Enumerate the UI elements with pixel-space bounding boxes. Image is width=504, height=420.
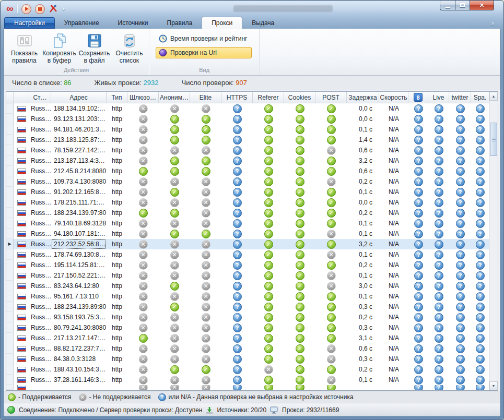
minimize-button[interactable] [440, 1, 455, 10]
table-row[interactable]: Russ…94.180.107.181:…http✕✓✓?✓✓✕0,1 cN/A… [6, 229, 489, 239]
check-supported-icon: ✓ [296, 365, 304, 374]
table-row[interactable]: Russ…212.45.8.214:8080http✓✓✓?✓✓✓0,6 cN/… [6, 166, 489, 176]
column-header-spam[interactable]: Spa. [471, 92, 489, 103]
check-unknown-icon: ? [476, 355, 485, 364]
column-header-gateway[interactable]: Шлюзо… [127, 92, 159, 103]
check-cell: ? [449, 155, 471, 166]
tab-management[interactable]: Управление [55, 17, 109, 29]
check-cell: ? [408, 249, 428, 260]
collapse-ribbon-chevron-icon[interactable]: ∧ [491, 20, 495, 26]
russia-flag-icon [17, 252, 26, 258]
column-header-anonymity[interactable]: Аноним… [159, 92, 190, 103]
table-row[interactable]: Russ…188.234.139.89:80http✕✓✕?✓✓✓0,3 cN/… [6, 302, 489, 312]
table-row[interactable]: Russ…80.79.241.30:8080http✕✕✕?✓✓✓0,3 cN/… [6, 322, 489, 333]
table-row[interactable]: Russ…178.74.69.130:8…http✕✕✕?✓✓✕0,1 cN/A… [6, 249, 489, 260]
column-header-flag[interactable] [14, 92, 29, 103]
check-cell: ✕ [159, 333, 190, 343]
column-header-referer[interactable]: Referer [253, 92, 284, 103]
show-rules-button[interactable]: Показатьправила [7, 30, 42, 66]
table-row[interactable]: Russ…188.234.139.97:80http✓✓✕?✓✓✓0,2 cN/… [6, 208, 489, 218]
row-indicator-cell [6, 322, 14, 333]
column-header-live[interactable]: Live [428, 92, 449, 103]
table-row[interactable]: ▶Russ…212.232.52.56:8…http✕✕✕?✓✓✓3,2 cN/… [6, 239, 489, 249]
check-unknown-icon: ? [233, 146, 242, 155]
column-header-address[interactable]: Адрес [51, 92, 107, 103]
check-cell: ✕ [190, 103, 221, 114]
check-unknown-icon: ? [476, 209, 485, 218]
table-row[interactable]: Russ…213.183.125.87:…http✕✓✓?✓✓✓1,4 cN/A… [6, 135, 489, 145]
table-row[interactable]: ✕✕✕?✓✓✓???? [6, 385, 489, 390]
column-header-delay[interactable]: Задержка [347, 92, 379, 103]
url-checks-button[interactable]: Проверки на Url [156, 47, 252, 58]
column-header-row-indicator[interactable] [6, 92, 14, 103]
check-time-rating-button[interactable]: Время проверки и рейтинг [156, 33, 252, 44]
scroll-thumb[interactable] [490, 123, 497, 156]
check-supported-icon: ✓ [296, 188, 304, 197]
table-row[interactable]: Russ…93.158.193.75:3…http✕✕✕?✓✓✓0,2 cN/A… [6, 312, 489, 322]
table-row[interactable]: Russ…91.202.12.165:8…http✕✓✕?✓✓✓0,1 cN/A… [6, 187, 489, 197]
check-supported-icon: ✓ [296, 334, 304, 343]
table-row[interactable]: Russ…83.243.64.12:80http✕✓✕?✓✓✕3,0 cN/A?… [6, 281, 489, 291]
column-header-twitter[interactable]: twitter [449, 92, 471, 103]
clear-list-button[interactable]: Очиститьсписок [112, 30, 147, 66]
column-header-speed[interactable]: Скорость [379, 92, 408, 103]
table-row[interactable]: Russ…95.161.7.13:110http✕✕✕?✓✓✓0,1 cN/A?… [6, 291, 489, 302]
scroll-up-button[interactable]: ▲ [489, 92, 498, 101]
address-cell: 93.123.131.203:… [51, 114, 107, 124]
tab-output[interactable]: Выдача [242, 17, 284, 29]
table-row[interactable]: Russ…195.114.125.81:…http✕✕✕?✓✓✓0,2 cN/A… [6, 260, 489, 270]
check-supported-icon: ✓ [170, 365, 179, 374]
check-cell: ✓ [315, 260, 347, 270]
tab-sources[interactable]: Источники [109, 17, 158, 29]
scroll-track[interactable] [489, 101, 498, 381]
check-unknown-icon: ? [233, 157, 242, 165]
table-row[interactable]: Russ…188.43.10.154:3…http✕✓✓?✕✓✓0,2 cN/A… [6, 364, 489, 375]
table-row[interactable]: Russ…93.123.131.203:…http✕✓✓?✓✓✓0,0 cN/A… [6, 114, 489, 124]
table-row[interactable]: Russ…37.28.161.146:3…http✕✕✕?✓✓✕0,1 cN/A… [6, 375, 489, 385]
table-row[interactable]: Russ…188.134.19.102:…http✕✕✕?✓✓✓0,0 cN/A… [6, 103, 489, 114]
check-cell: ✕ [159, 145, 190, 155]
check-supported-icon: ✓ [139, 167, 148, 176]
column-header-post[interactable]: POST [315, 92, 347, 103]
table-row[interactable]: Russ…178.215.111.71:…http✕✕✕?✓✓✓0,0 cN/A… [6, 197, 489, 208]
stop-check-button[interactable] [35, 4, 45, 14]
tab-rules[interactable]: Правила [158, 17, 202, 29]
table-row[interactable]: Russ…109.73.4.130:8080http✕✕✕?✓✓✕0,2 cN/… [6, 176, 489, 187]
column-header-country[interactable]: Ст… [29, 92, 51, 103]
column-header-google[interactable]: 8 [408, 92, 428, 103]
table-row[interactable]: Russ…217.13.217.147:…http✓✕✕?✓✓✓3,1 cN/A… [6, 333, 489, 343]
vertical-scrollbar[interactable]: ▲ ▼ [489, 92, 498, 390]
scroll-down-button[interactable]: ▼ [489, 381, 498, 390]
check-unknown-icon: ? [456, 198, 465, 207]
table-row[interactable]: Russ…79.140.18.69:3128http✕✕✕?✓✓✓0,1 cN/… [6, 218, 489, 229]
copy-to-buffer-button[interactable]: Копироватьв буфер [42, 30, 77, 66]
check-unknown-icon: ? [476, 177, 485, 186]
check-unknown-icon: ? [233, 344, 242, 353]
table-row[interactable]: Russ…78.159.227.142:…http✕✕✕?✓✓✕0,6 cN/A… [6, 145, 489, 155]
table-row[interactable]: Russ…88.82.172.237:7…http✕✕✕?✓✓✕0,6 cN/A… [6, 343, 489, 354]
column-header-https[interactable]: HTTPS [221, 92, 253, 103]
close-button[interactable]: ✕ [470, 1, 494, 10]
table-row[interactable]: Russ…84.38.0.3:3128http✕✕✕?✓✓✕0,3 cN/A??… [6, 354, 489, 364]
check-unknown-icon: ? [435, 125, 443, 134]
tab-proxy[interactable]: Прокси [202, 17, 242, 29]
russia-flag-icon [17, 273, 26, 279]
column-header-elite[interactable]: Elite [190, 92, 221, 103]
table-row[interactable]: Russ…217.150.52.221:…http✕✕✕?✓✓✕0,1 cN/A… [6, 270, 489, 281]
check-unknown-icon: ? [456, 230, 465, 238]
check-unknown-icon: ? [233, 125, 242, 134]
check-supported-icon: ✓ [264, 303, 273, 311]
address-cell: 195.114.125.81:… [51, 260, 107, 270]
start-check-button[interactable] [21, 4, 31, 14]
column-header-type[interactable]: Тип [107, 92, 127, 103]
check-unknown-icon: ? [414, 104, 423, 113]
column-header-cookies[interactable]: Cookies [284, 92, 315, 103]
table-row[interactable]: Russ…213.187.113.4:3…http✕✓✓?✓✓✓3,2 cN/A… [6, 155, 489, 166]
type-cell: http [107, 239, 127, 249]
save-to-file-button[interactable]: Сохранитьв файл [77, 30, 112, 66]
speed-cell: N/A [379, 239, 408, 249]
tab-settings[interactable]: Настройки [4, 17, 55, 29]
table-row[interactable]: Russ…94.181.46.201:3…http✕✓✓?✓✓✓0,1 cN/A… [6, 124, 489, 135]
check-supported-icon: ✓ [296, 115, 304, 124]
maximize-button[interactable] [455, 1, 470, 10]
